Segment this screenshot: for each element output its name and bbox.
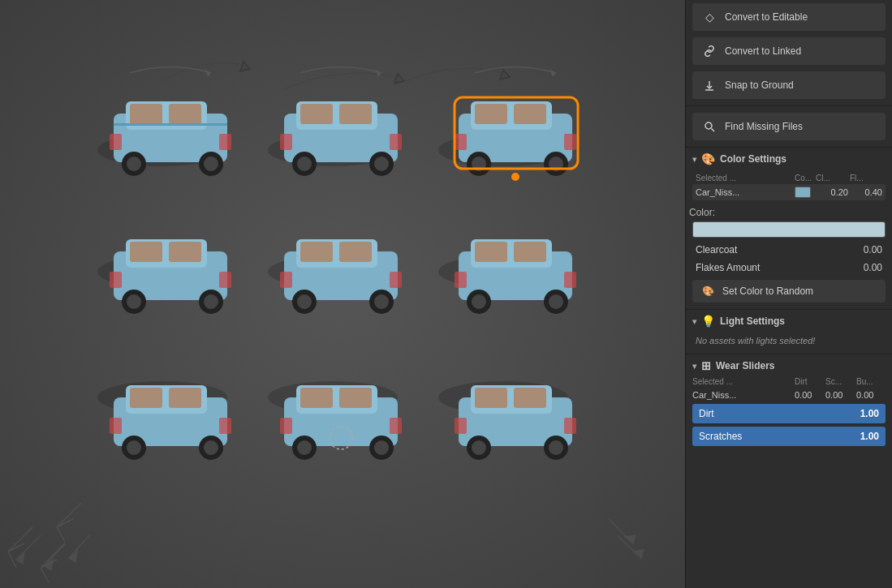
svg-rect-60 xyxy=(300,242,333,262)
viewport[interactable] xyxy=(0,0,685,588)
svg-marker-23 xyxy=(205,69,211,77)
flakes-row: Flakes Amount 0.00 xyxy=(686,259,892,277)
svg-rect-67 xyxy=(390,272,402,288)
svg-rect-14 xyxy=(130,104,162,124)
svg-rect-91 xyxy=(339,388,372,408)
svg-rect-32 xyxy=(280,134,292,150)
convert-linked-label: Convert to Linked xyxy=(725,45,801,57)
dirt-slider-value: 1.00 xyxy=(860,408,879,419)
svg-marker-113 xyxy=(633,550,644,558)
find-missing-button[interactable]: Find Missing Files xyxy=(692,113,886,140)
find-missing-icon xyxy=(702,119,717,134)
wear-table-row: Car_Niss... 0.00 0.00 0.00 xyxy=(686,388,892,402)
col-selected: Selected ... xyxy=(696,174,793,182)
col-cl: Cl... xyxy=(816,174,848,182)
svg-rect-87 xyxy=(219,418,231,434)
svg-rect-51 xyxy=(169,242,201,262)
svg-point-75 xyxy=(549,294,563,309)
wear-bu-val: 0.00 xyxy=(856,390,886,400)
car-flakes-val: 0.40 xyxy=(850,187,882,197)
svg-rect-56 xyxy=(110,272,122,288)
svg-rect-27 xyxy=(339,104,372,124)
convert-linked-icon xyxy=(702,44,717,58)
svg-rect-26 xyxy=(300,104,333,124)
color-preview-bar[interactable] xyxy=(692,221,886,238)
svg-point-93 xyxy=(297,440,312,455)
svg-point-17 xyxy=(127,157,141,171)
svg-point-53 xyxy=(127,294,141,309)
svg-rect-101 xyxy=(475,388,507,408)
car-color-swatch[interactable] xyxy=(795,187,811,198)
svg-marker-112 xyxy=(625,535,636,543)
scene-background xyxy=(0,0,685,588)
scratches-slider[interactable]: Scratches 1.00 xyxy=(692,427,886,446)
svg-rect-44 xyxy=(564,134,576,150)
color-settings-chevron[interactable]: ▾ xyxy=(692,155,696,164)
snap-ground-icon xyxy=(702,78,717,92)
svg-rect-97 xyxy=(390,418,402,434)
wear-sliders-section: ▾ ⊞ Wear Sliders xyxy=(686,354,892,376)
svg-rect-38 xyxy=(514,104,546,124)
color-label-row: Color: xyxy=(686,205,892,220)
svg-rect-50 xyxy=(130,242,162,262)
find-missing-label: Find Missing Files xyxy=(725,121,803,132)
svg-rect-15 xyxy=(169,104,201,124)
wear-sc-val: 0.00 xyxy=(825,390,855,400)
car-name: Car_Niss... xyxy=(696,187,793,197)
col-fl: Fl... xyxy=(850,174,882,182)
set-color-icon: 🎨 xyxy=(702,285,714,297)
light-settings-chevron[interactable]: ▾ xyxy=(692,317,696,326)
convert-linked-button[interactable]: Convert to Linked xyxy=(692,37,886,65)
clearcoat-value: 0.00 xyxy=(864,244,882,255)
svg-point-55 xyxy=(204,294,218,309)
svg-rect-37 xyxy=(475,104,507,124)
svg-point-95 xyxy=(374,440,389,455)
svg-rect-76 xyxy=(455,272,467,288)
wear-table-header: Selected ... Dirt Sc... Bu... xyxy=(686,376,892,388)
svg-marker-0 xyxy=(240,62,250,71)
color-settings-label: Color Settings xyxy=(720,153,786,165)
svg-rect-43 xyxy=(455,134,467,150)
snap-ground-label: Snap to Ground xyxy=(725,79,794,91)
dirt-slider-label: Dirt xyxy=(699,408,714,419)
svg-point-114 xyxy=(705,122,712,129)
wear-sliders-chevron[interactable]: ▾ xyxy=(692,362,696,371)
svg-rect-80 xyxy=(130,388,162,408)
svg-rect-20 xyxy=(110,134,122,150)
svg-point-83 xyxy=(127,440,141,455)
light-settings-icon: 💡 xyxy=(701,315,715,328)
snap-ground-button[interactable]: Snap to Ground xyxy=(692,71,886,99)
car-clearcoat-val: 0.20 xyxy=(816,187,848,197)
color-table: Selected ... Co... Cl... Fl... Car_Niss.… xyxy=(692,172,886,202)
svg-point-104 xyxy=(472,440,486,455)
svg-rect-107 xyxy=(455,418,467,434)
svg-rect-57 xyxy=(219,272,231,288)
svg-rect-66 xyxy=(280,272,292,288)
color-table-row[interactable]: Car_Niss... 0.20 0.40 xyxy=(692,184,886,200)
svg-rect-61 xyxy=(339,242,372,262)
svg-point-63 xyxy=(297,294,312,309)
wear-col-sc: Sc... xyxy=(825,377,855,386)
dirt-slider[interactable]: Dirt 1.00 xyxy=(692,404,886,423)
svg-point-29 xyxy=(297,157,312,171)
color-table-header: Selected ... Co... Cl... Fl... xyxy=(692,172,886,184)
set-color-label: Set Color to Random xyxy=(722,285,813,297)
svg-rect-86 xyxy=(110,418,122,434)
light-settings-label: Light Settings xyxy=(720,315,785,327)
svg-point-106 xyxy=(549,440,563,455)
svg-point-46 xyxy=(511,173,519,181)
scratches-slider-value: 1.00 xyxy=(860,431,879,442)
flakes-label: Flakes Amount xyxy=(696,262,760,273)
wear-sliders-label: Wear Sliders xyxy=(716,360,774,371)
set-color-random-button[interactable]: 🎨 Set Color to Random xyxy=(692,280,886,303)
convert-editable-button[interactable]: ◇ Convert to Editable xyxy=(692,3,886,31)
convert-editable-icon: ◇ xyxy=(702,10,717,24)
wear-car-name: Car_Niss... xyxy=(692,390,793,400)
light-settings-section: ▾ 💡 Light Settings xyxy=(686,309,892,331)
divider-1 xyxy=(686,105,892,106)
svg-point-19 xyxy=(204,157,218,171)
scratches-slider-label: Scratches xyxy=(699,431,742,442)
scene-svg xyxy=(0,0,685,588)
svg-marker-2 xyxy=(500,70,510,79)
svg-marker-1 xyxy=(394,74,404,84)
